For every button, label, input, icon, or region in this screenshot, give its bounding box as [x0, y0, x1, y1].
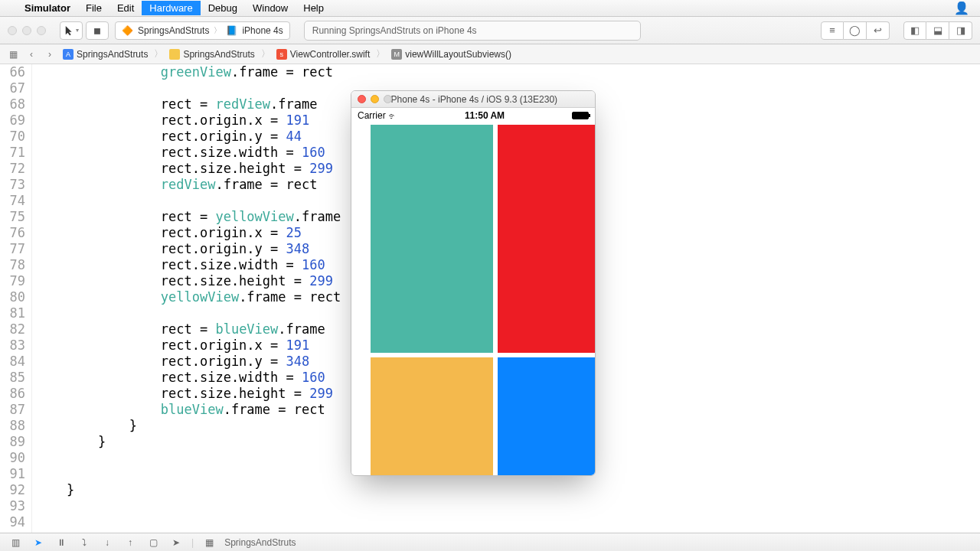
method-icon: M [391, 49, 402, 60]
menu-help[interactable]: Help [296, 1, 332, 15]
battery-icon [572, 112, 589, 119]
project-icon: A [63, 49, 74, 60]
menu-app[interactable]: Simulator [17, 1, 78, 15]
assistant-editor-button[interactable]: ◯ [844, 21, 867, 40]
clock-label: 11:50 AM [465, 110, 505, 121]
carrier-label: Carrier ᯤ [358, 110, 397, 121]
window-traffic-lights[interactable] [8, 26, 46, 35]
xcode-toolbar: ▾ ◼ 🔶 SpringsAndStruts 〉 📘 iPhone 4s Run… [0, 17, 980, 44]
standard-editor-button[interactable]: ≡ [821, 21, 844, 40]
breakpoints-icon[interactable]: ➤ [31, 537, 46, 548]
step-into-icon[interactable]: ↓ [100, 537, 115, 548]
ios-status-bar: Carrier ᯤ 11:50 AM [351, 108, 595, 123]
user-menu-icon[interactable]: 👤 [954, 1, 974, 15]
hide-debug-icon[interactable]: ▥ [8, 537, 23, 548]
simulator-titlebar[interactable]: iPhone 4s - iPhone 4s / iOS 9.3 (13E230) [351, 91, 595, 108]
menu-file[interactable]: File [78, 1, 109, 15]
mac-menubar: Simulator File Edit Hardware Debug Windo… [0, 0, 980, 17]
crumb-folder[interactable]: SpringsAndStruts [166, 49, 257, 60]
zoom-icon[interactable] [37, 26, 46, 35]
yellow-view [371, 357, 493, 476]
close-icon[interactable] [358, 95, 366, 103]
simulator-screen[interactable] [351, 123, 595, 475]
menu-debug[interactable]: Debug [201, 1, 245, 15]
chevron-right-icon: 〉 [214, 25, 221, 36]
pause-icon[interactable]: ⏸ [54, 537, 69, 548]
simulator-title: iPhone 4s - iPhone 4s / iOS 9.3 (13E230) [389, 94, 557, 105]
toggle-navigator-button[interactable]: ◧ [903, 21, 926, 40]
activity-status: Running SpringsAndStruts on iPhone 4s [304, 21, 641, 41]
simulator-window[interactable]: iPhone 4s - iPhone 4s / iOS 9.3 (13E230)… [351, 90, 596, 476]
crumb-file[interactable]: s ViewController.swift [273, 49, 373, 60]
device-icon: 📘 [226, 25, 237, 36]
debug-bar: ▥ ➤ ⏸ ⤵ ↓ ↑ ▢ ➤ | ▦ SpringsAndStruts [0, 533, 980, 551]
debug-target-label: SpringsAndStruts [224, 537, 296, 548]
forward-button[interactable]: › [41, 47, 58, 62]
line-number-gutter: 6667686970717273747576777879808182838485… [0, 64, 32, 533]
scheme-app-label: SpringsAndStruts [138, 25, 209, 36]
related-items-button[interactable]: ▦ [5, 47, 21, 62]
toggle-debug-button[interactable]: ⬓ [926, 21, 949, 40]
view-debug-icon[interactable]: ▢ [145, 537, 161, 548]
step-over-icon[interactable]: ⤵ [77, 537, 92, 548]
minimize-icon[interactable] [22, 26, 31, 35]
crumb-label: ViewController.swift [290, 49, 370, 60]
swift-file-icon: s [276, 49, 287, 60]
minimize-icon[interactable] [371, 95, 379, 103]
folder-icon [169, 49, 180, 60]
menu-edit[interactable]: Edit [109, 1, 142, 15]
jump-bar: ▦ ‹ › A SpringsAndStruts 〉 SpringsAndStr… [0, 44, 980, 64]
crumb-label: SpringsAndStruts [77, 49, 148, 60]
zoom-icon[interactable] [384, 95, 392, 103]
crumb-label: SpringsAndStruts [183, 49, 254, 60]
run-button[interactable]: ▾ [60, 21, 83, 40]
version-editor-button[interactable]: ↩ [867, 21, 890, 40]
back-button[interactable]: ‹ [23, 47, 40, 62]
process-icon: ▦ [201, 537, 217, 548]
menu-window[interactable]: Window [245, 1, 296, 15]
crumb-method[interactable]: M viewWillLayoutSubviews() [388, 49, 514, 60]
location-icon[interactable]: ➤ [168, 537, 184, 548]
close-icon[interactable] [8, 26, 17, 35]
wifi-icon: ᯤ [388, 111, 397, 122]
red-view [498, 125, 596, 353]
crumb-label: viewWillLayoutSubviews() [405, 49, 511, 60]
blue-view [498, 357, 596, 476]
green-view [371, 125, 493, 353]
scheme-selector[interactable]: 🔶 SpringsAndStruts 〉 📘 iPhone 4s [115, 21, 290, 40]
app-icon: 🔶 [122, 25, 133, 36]
crumb-project[interactable]: A SpringsAndStruts [60, 49, 151, 60]
scheme-dest-label: iPhone 4s [242, 25, 283, 36]
step-out-icon[interactable]: ↑ [122, 537, 138, 548]
cursor-icon [64, 25, 75, 36]
stop-button[interactable]: ◼ [86, 21, 109, 40]
toggle-utilities-button[interactable]: ◨ [949, 21, 972, 40]
menu-hardware[interactable]: Hardware [142, 1, 200, 15]
